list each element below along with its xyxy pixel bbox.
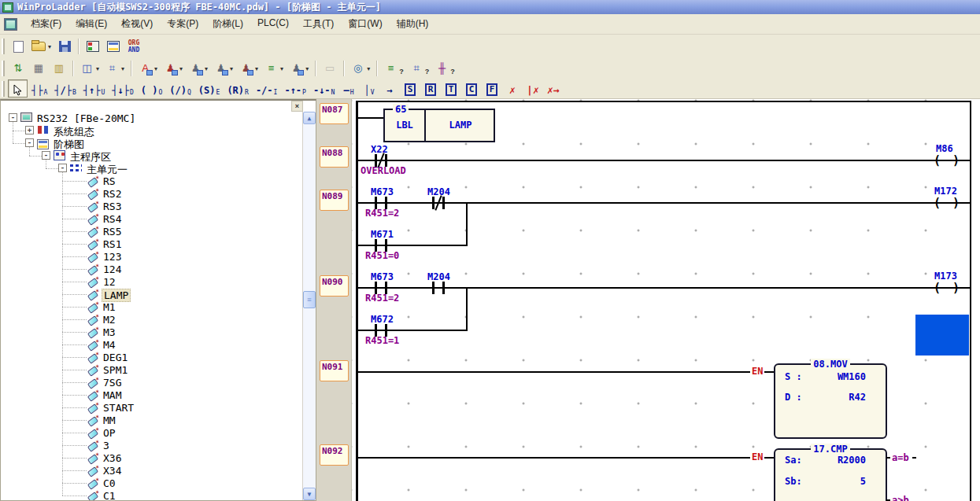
timer-tool[interactable]: T bbox=[441, 79, 460, 98]
tree-item-SPM1[interactable]: ✶SPM1 bbox=[1, 363, 300, 376]
title-bar[interactable]: WinProLadder [自动模SWS2-300程序 FBE-40MC.pdw… bbox=[0, 0, 980, 14]
network-help-button[interactable]: ⌗? bbox=[407, 59, 433, 78]
expand-minus-box[interactable]: - bbox=[42, 151, 50, 160]
menu-item-4[interactable]: 阶梯(L) bbox=[205, 14, 250, 34]
menu-item-6[interactable]: 工具(T) bbox=[296, 14, 341, 34]
document-icon[interactable] bbox=[4, 18, 17, 31]
nc-contact-m204[interactable] bbox=[430, 197, 447, 209]
tree-item-C1[interactable]: ✶C1 bbox=[1, 489, 300, 501]
tree-item-M4[interactable]: ✶M4 bbox=[1, 338, 300, 351]
rising-edge-tool[interactable]: -↑-P bbox=[281, 79, 309, 98]
network-label-N092[interactable]: N092 bbox=[320, 444, 349, 466]
dropdown-caret-icon[interactable]: ▾ bbox=[96, 65, 99, 72]
tree-item-MM[interactable]: ✶MM bbox=[1, 414, 300, 426]
tree-item-RS5[interactable]: ✶RS5 bbox=[1, 225, 300, 238]
dropdown-caret-icon[interactable]: ▾ bbox=[179, 65, 183, 72]
select-tool[interactable] bbox=[8, 79, 28, 98]
vline-tool[interactable]: │V bbox=[359, 79, 379, 98]
coil-reset-tool[interactable]: (R)R bbox=[224, 79, 252, 98]
stamp-m-button[interactable]: ♟▾ bbox=[287, 59, 312, 78]
toolbar-grip[interactable] bbox=[2, 39, 5, 54]
ic-chip-button[interactable]: ▦ bbox=[28, 59, 49, 78]
tree-item-DEG1[interactable]: ✶DEG1 bbox=[1, 351, 300, 363]
network-label-N090[interactable]: N090 bbox=[320, 275, 349, 297]
lbl-function-block[interactable]: 65 LBL LAMP bbox=[383, 109, 495, 142]
tree-item-124[interactable]: ✶124 bbox=[1, 263, 300, 275]
dropdown-caret-icon[interactable]: ▾ bbox=[121, 65, 124, 72]
tree-item-12[interactable]: ✶12 bbox=[1, 275, 300, 288]
delete-vline-tool[interactable]: |✗ bbox=[523, 79, 542, 98]
tree-item-RS[interactable]: ✶RS bbox=[1, 175, 300, 187]
ladder-editor[interactable]: 65 LBL LAMP X22 OVERLOAD M86 ( ) M673 R4… bbox=[352, 99, 980, 501]
tree-item-主程序区[interactable]: -主程序区 bbox=[1, 149, 300, 162]
contact-help-button[interactable]: ╫? bbox=[432, 59, 458, 78]
network-label-N087[interactable]: N087 bbox=[320, 103, 349, 124]
dropdown-caret-icon[interactable]: ▾ bbox=[367, 65, 370, 72]
tree-item-OP[interactable]: ✶OP bbox=[1, 426, 300, 439]
delete-network-tool[interactable]: ✗→ bbox=[543, 79, 563, 98]
dropdown-caret-icon[interactable]: ▾ bbox=[205, 65, 208, 72]
counter-tool[interactable]: C bbox=[461, 79, 481, 98]
step-r-tool[interactable]: R bbox=[420, 79, 440, 98]
new-file-button[interactable] bbox=[8, 37, 28, 56]
dropdown-caret-icon[interactable]: ▾ bbox=[154, 65, 157, 72]
org-and-view-button[interactable]: ORG AND bbox=[124, 37, 144, 56]
scroll-up-button[interactable]: ▲ bbox=[303, 112, 316, 124]
tree-item-主单元一[interactable]: -主单元一 bbox=[1, 162, 300, 175]
tree-item-RS2[interactable]: ✶RS2 bbox=[1, 187, 300, 200]
tree-item-M1[interactable]: ✶M1 bbox=[1, 300, 300, 313]
network-label-N091[interactable]: N091 bbox=[320, 360, 349, 381]
scrollbar-thumb[interactable] bbox=[303, 291, 316, 308]
tree-item-RS1[interactable]: ✶RS1 bbox=[1, 238, 300, 250]
cmp-function-block[interactable]: 17.CMP Sa: R2000 Sb: 5 bbox=[774, 448, 887, 501]
arrow-tool[interactable]: → bbox=[379, 79, 399, 98]
function-tool[interactable]: F bbox=[482, 79, 501, 98]
tree-item-M3[interactable]: ✶M3 bbox=[1, 326, 300, 338]
tree-item-3[interactable]: ✶3 bbox=[1, 439, 300, 451]
stamp-wave-button[interactable]: ♟▾ bbox=[161, 59, 186, 78]
tree-item-RS4[interactable]: ✶RS4 bbox=[1, 212, 300, 225]
contact-rising-tool[interactable]: ┤↑├U bbox=[80, 79, 109, 98]
contact-nc-tool[interactable]: ┤/├B bbox=[51, 79, 80, 98]
ladder-window-button[interactable] bbox=[103, 37, 124, 56]
edit-element-button[interactable]: A▾ bbox=[135, 59, 161, 78]
coil-m173[interactable]: ( ) bbox=[934, 282, 962, 294]
hline-tool[interactable]: —H bbox=[338, 79, 358, 98]
contact-falling-tool[interactable]: ┤↓├D bbox=[109, 79, 137, 98]
tree-item-LAMP[interactable]: ✶LAMP bbox=[1, 288, 300, 300]
falling-edge-tool[interactable]: -↓-N bbox=[310, 79, 338, 98]
tree-scrollbar[interactable]: ▲ ▼ bbox=[302, 112, 316, 500]
tree-item-123[interactable]: ✶123 bbox=[1, 250, 300, 263]
menu-item-3[interactable]: 专案(P) bbox=[160, 14, 205, 34]
tree-item-M2[interactable]: ✶M2 bbox=[1, 313, 300, 326]
mov-function-block[interactable]: 08.MOV S : WM160 D : R42 bbox=[774, 363, 887, 439]
expand-plus-box[interactable]: + bbox=[25, 126, 34, 134]
tree-item-RS3[interactable]: ✶RS3 bbox=[1, 200, 300, 212]
stamp-config-button[interactable]: ♟▾ bbox=[186, 59, 211, 78]
menu-item-5[interactable]: PLC(C) bbox=[250, 14, 296, 34]
toolbar-grip[interactable] bbox=[2, 61, 5, 76]
expand-minus-box[interactable]: - bbox=[9, 113, 17, 122]
tree-item-MAM[interactable]: ✶MAM bbox=[1, 389, 300, 401]
zoom-find-button[interactable]: ◎▾ bbox=[348, 59, 373, 78]
save-file-button[interactable] bbox=[54, 37, 75, 56]
expand-minus-box[interactable]: - bbox=[58, 164, 67, 172]
menu-item-7[interactable]: 窗口(W) bbox=[341, 14, 389, 34]
tree-item-X36[interactable]: ✶X36 bbox=[1, 451, 300, 464]
project-window-button[interactable] bbox=[83, 37, 103, 56]
dropdown-caret-icon[interactable]: ▾ bbox=[230, 65, 233, 72]
project-tree-button[interactable]: ◫▾ bbox=[77, 59, 102, 78]
status-help-button[interactable]: ≡? bbox=[381, 59, 407, 78]
open-file-button[interactable]: ▾ bbox=[28, 37, 54, 56]
network-label-N088[interactable]: N088 bbox=[320, 146, 349, 168]
network-label-N089[interactable]: N089 bbox=[320, 190, 349, 211]
tree-item-C0[interactable]: ✶C0 bbox=[1, 477, 300, 489]
cell-selection-cursor[interactable] bbox=[915, 315, 969, 355]
status-list-button[interactable]: ≡▾ bbox=[261, 59, 287, 78]
dropdown-caret-icon[interactable]: ▾ bbox=[48, 43, 51, 50]
tag-book-button[interactable]: ▥ bbox=[49, 59, 69, 78]
coil-m172[interactable]: ( ) bbox=[934, 197, 962, 209]
dropdown-caret-icon[interactable]: ▾ bbox=[280, 65, 283, 72]
coil-not-tool[interactable]: (/)Q bbox=[166, 79, 194, 98]
no-contact-m204[interactable] bbox=[430, 282, 447, 294]
